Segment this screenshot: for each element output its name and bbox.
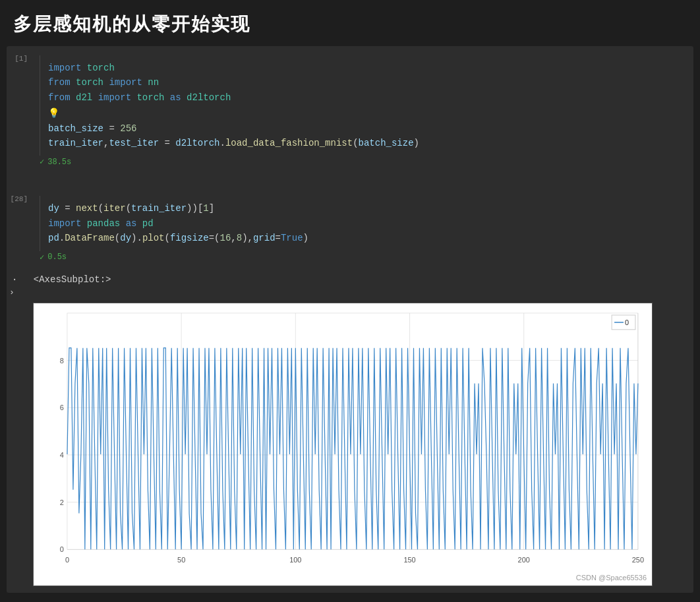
cell-1: [1] import torch from torch import nn fr… bbox=[7, 46, 693, 179]
notebook-area: [1] import torch from torch import nn fr… bbox=[7, 46, 693, 593]
code-line: import torch bbox=[48, 61, 679, 75]
code-line: train_iter,test_iter = d2ltorch.load_dat… bbox=[48, 136, 679, 150]
cell-2: [28] dy = next(iter(train_iter))[1] impo… bbox=[7, 187, 693, 274]
x-tick-100: 100 bbox=[289, 556, 301, 564]
y-tick-2: 2 bbox=[60, 498, 64, 506]
cell-arrow: › bbox=[7, 287, 693, 299]
cell-content-2[interactable]: dy = next(iter(train_iter))[1] import pa… bbox=[33, 192, 693, 268]
code-line: from d2l import torch as d2ltorch bbox=[48, 90, 679, 105]
y-tick-4: 4 bbox=[60, 450, 64, 458]
code-line: import pandas as pd bbox=[48, 216, 679, 231]
chart-svg: 0 2 4 6 8 0 50 100 150 200 250 0 bbox=[34, 303, 652, 586]
watermark: CSDN @Space65536 bbox=[576, 574, 647, 582]
cell-status-1: ✓ 38.5s bbox=[40, 156, 687, 169]
output-axes: · <AxesSubplot:> bbox=[7, 274, 693, 287]
code-line: from torch import nn bbox=[48, 75, 679, 90]
x-tick-50: 50 bbox=[177, 556, 185, 564]
code-block-1: import torch from torch import nn from d… bbox=[40, 55, 687, 156]
cell-gutter-2: [28] bbox=[7, 192, 33, 268]
cell-number-1: [1] bbox=[15, 55, 28, 63]
code-line: pd.DataFrame(dy).plot(figsize=(16,8),gri… bbox=[48, 231, 679, 245]
code-line: 💡 bbox=[48, 106, 679, 121]
legend-label: 0 bbox=[625, 318, 629, 326]
cell-number-2: [28] bbox=[11, 195, 28, 203]
x-tick-0: 0 bbox=[65, 556, 69, 564]
x-tick-200: 200 bbox=[518, 556, 530, 564]
x-tick-150: 150 bbox=[403, 556, 415, 564]
y-tick-0: 0 bbox=[60, 545, 64, 553]
cell-content-1[interactable]: import torch from torch import nn from d… bbox=[33, 51, 693, 173]
x-tick-250: 250 bbox=[632, 556, 644, 564]
y-tick-8: 8 bbox=[60, 356, 64, 364]
y-tick-6: 6 bbox=[60, 404, 64, 411]
dot-indicator: · bbox=[12, 274, 17, 285]
cell-gutter-1: [1] bbox=[7, 51, 33, 173]
chart-container: 0 2 4 6 8 0 50 100 150 200 250 0 bbox=[33, 303, 653, 586]
code-line: batch_size = 256 bbox=[48, 121, 679, 136]
page-title: 多层感知机的从零开始实现 bbox=[0, 0, 700, 46]
cell-status-2: ✓ 0.5s bbox=[40, 251, 687, 265]
code-line: dy = next(iter(train_iter))[1] bbox=[48, 201, 679, 216]
code-block-2: dy = next(iter(train_iter))[1] import pa… bbox=[40, 196, 687, 251]
axes-text: <AxesSubplot:> bbox=[26, 272, 119, 287]
